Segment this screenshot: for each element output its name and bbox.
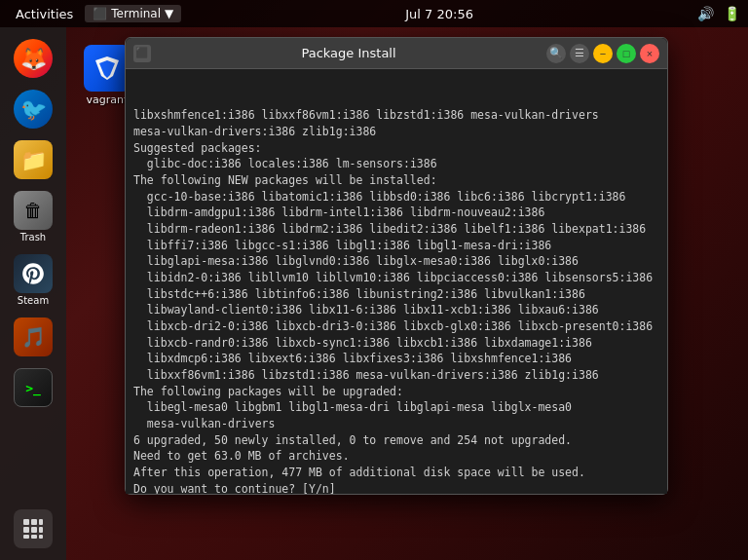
terminal-line: libxdmcp6:i386 libxext6:i386 libxfixes3:… (133, 351, 659, 367)
svg-rect-7 (31, 535, 37, 539)
terminal-line: The following NEW packages will be insta… (133, 172, 659, 189)
terminal-taskbar-arrow: ▼ (165, 7, 173, 20)
terminal-line: libxcb-randr0:i386 libxcb-sync1:i386 lib… (133, 335, 659, 352)
terminal-taskbar-item[interactable]: ⬛ Terminal ▼ (85, 5, 181, 22)
terminal-dock-icon: >_ (14, 368, 53, 407)
terminal-line: mesa-vulkan-drivers (133, 416, 659, 432)
terminal-line: libxcb-dri2-0:i386 libxcb-dri3-0:i386 li… (133, 318, 659, 335)
terminal-line: libegl-mesa0 libgbm1 libgl1-mesa-dri lib… (133, 399, 659, 416)
terminal-line: libdrm-amdgpu1:i386 libdrm-intel1:i386 l… (133, 205, 659, 221)
trash-icon: 🗑 (14, 191, 53, 230)
terminal-line: Need to get 63.0 MB of archives. (133, 448, 659, 465)
dock-item-firefox[interactable]: 🦊 (4, 35, 62, 82)
titlebar-terminal-icon: ⬛ (133, 45, 151, 62)
terminal-window: ⬛ Package Install 🔍 ☰ − □ × libxshmfence… (125, 37, 668, 495)
dock-item-terminal[interactable]: >_ (4, 364, 62, 411)
apps-grid-icon (14, 509, 53, 548)
maximize-button[interactable]: □ (617, 44, 636, 63)
steam-icon (14, 254, 53, 293)
files-icon: 📁 (14, 140, 53, 179)
rhythmbox-icon: 🎵 (14, 317, 53, 356)
firefox-icon: 🦊 (14, 39, 53, 78)
terminal-line: The following packages will be upgraded: (133, 384, 659, 400)
battery-icon[interactable]: 🔋 (724, 6, 740, 21)
terminal-title: Package Install (151, 46, 546, 60)
dock-item-files[interactable]: 📁 (4, 136, 62, 183)
svg-rect-6 (23, 535, 29, 539)
dock-item-apps[interactable] (4, 505, 62, 552)
dock-item-trash[interactable]: 🗑 Trash (4, 187, 62, 246)
svg-rect-8 (39, 535, 43, 539)
svg-rect-4 (31, 527, 37, 533)
vagrant-label: vagrant (87, 93, 129, 106)
terminal-line: libxshmfence1:i386 libxxf86vm1:i386 libz… (133, 107, 659, 124)
dock-label-steam: Steam (18, 295, 49, 306)
terminal-line: 6 upgraded, 50 newly installed, 0 to rem… (133, 432, 659, 449)
vagrant-icon (84, 45, 131, 92)
terminal-line: After this operation, 477 MB of addition… (133, 465, 659, 481)
terminal-taskbar-label: Terminal (111, 7, 161, 20)
terminal-line: Do you want to continue? [Y/n] (133, 481, 659, 494)
terminal-titlebar: ⬛ Package Install 🔍 ☰ − □ × (126, 38, 667, 69)
svg-rect-5 (39, 527, 43, 533)
terminal-content[interactable]: libxshmfence1:i386 libxxf86vm1:i386 libz… (126, 69, 667, 494)
titlebar-controls: 🔍 ☰ − □ × (546, 44, 659, 63)
terminal-line: libidn2-0:i386 libllvm10 libllvm10:i386 … (133, 270, 659, 286)
terminal-line: libxxf86vm1:i386 libzstd1:i386 mesa-vulk… (133, 367, 659, 384)
terminal-line: mesa-vulkan-drivers:i386 zlib1g:i386 (133, 124, 659, 140)
minimize-button[interactable]: − (593, 44, 613, 63)
terminal-line: libwayland-client0:i386 libx11-6:i386 li… (133, 302, 659, 318)
svg-rect-3 (23, 527, 29, 533)
dock-item-rhythmbox[interactable]: 🎵 (4, 314, 62, 360)
menu-button[interactable]: ☰ (570, 44, 589, 63)
terminal-line: gcc-10-base:i386 libatomic1:i386 libbsd0… (133, 189, 659, 205)
dock-item-steam[interactable]: Steam (4, 250, 62, 310)
svg-rect-0 (23, 519, 29, 525)
terminal-taskbar-icon: ⬛ (93, 7, 107, 20)
search-button[interactable]: 🔍 (546, 44, 566, 63)
close-button[interactable]: × (640, 44, 659, 63)
terminal-line: Suggested packages: (133, 140, 659, 157)
svg-rect-2 (39, 519, 43, 525)
dock-item-thunderbird[interactable]: 🐦 (4, 86, 62, 132)
terminal-line: libdrm-radeon1:i386 libdrm2:i386 libedit… (133, 221, 659, 238)
dock: 🦊 🐦 📁 🗑 Trash Steam 🎵 (0, 27, 66, 560)
desktop: Activities ⬛ Terminal ▼ Jul 7 20:56 🔊 🔋 … (0, 0, 748, 560)
terminal-line: libffi7:i386 libgcc-s1:i386 libgl1:i386 … (133, 238, 659, 254)
datetime-display: Jul 7 20:56 (405, 7, 473, 21)
terminal-line: glibc-doc:i386 locales:i386 lm-sensors:i… (133, 156, 659, 172)
activities-button[interactable]: Activities (8, 7, 81, 21)
topbar: Activities ⬛ Terminal ▼ Jul 7 20:56 🔊 🔋 (0, 0, 748, 27)
terminal-line: libglapi-mesa:i386 libglvnd0:i386 libglx… (133, 253, 659, 270)
terminal-line: libstdc++6:i386 libtinfo6:i386 libunistr… (133, 286, 659, 303)
svg-rect-1 (31, 519, 37, 525)
thunderbird-icon: 🐦 (14, 90, 53, 129)
dock-label-trash: Trash (20, 232, 46, 243)
volume-icon[interactable]: 🔊 (697, 6, 714, 21)
